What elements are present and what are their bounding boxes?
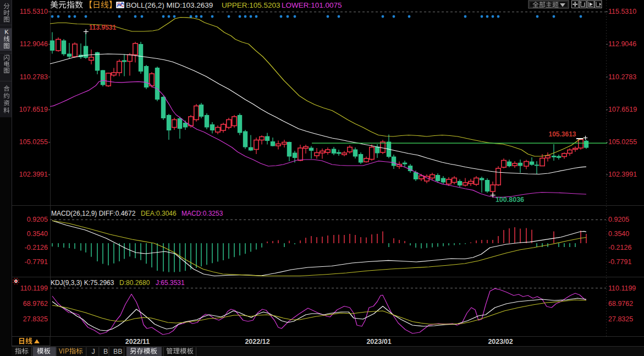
- svg-text:2023/02: 2023/02: [488, 338, 513, 346]
- svg-text:27.8325: 27.8325: [23, 315, 48, 323]
- svg-text:68.9762: 68.9762: [23, 300, 48, 308]
- svg-text:-0.2126: -0.2126: [25, 244, 48, 251]
- svg-text:J:65.3531: J:65.3531: [156, 279, 185, 287]
- svg-text:110.2783: 110.2783: [20, 73, 48, 81]
- svg-text:BB: BB: [113, 348, 123, 355]
- svg-text:0.9205: 0.9205: [608, 216, 629, 223]
- svg-text:112.9046: 112.9046: [20, 40, 48, 48]
- svg-text:105.3613: 105.3613: [548, 130, 576, 138]
- svg-text:LOWER:101.0075: LOWER:101.0075: [282, 1, 342, 9]
- svg-text:110.1199: 110.1199: [608, 284, 636, 292]
- svg-text:2022/12: 2022/12: [245, 338, 269, 346]
- svg-text:MACD:0.3253: MACD:0.3253: [181, 210, 223, 217]
- svg-text:102.3991: 102.3991: [608, 171, 637, 178]
- svg-text:UPPER:105.5203: UPPER:105.5203: [222, 1, 280, 9]
- svg-text:-0.7791: -0.7791: [25, 258, 48, 266]
- svg-text:BOLL(26,2) MID:103.2639: BOLL(26,2) MID:103.2639: [126, 1, 213, 9]
- svg-text:112.9046: 112.9046: [608, 40, 636, 48]
- svg-text:68.9762: 68.9762: [608, 300, 633, 308]
- svg-text:KDJ(9,3,3) K:75.2963: KDJ(9,3,3) K:75.2963: [51, 279, 114, 287]
- svg-text:115.5310: 115.5310: [608, 8, 636, 15]
- svg-text:MACD(26,12,9) DIFF:0.4672: MACD(26,12,9) DIFF:0.4672: [51, 210, 136, 217]
- svg-text:DEA:0.3046: DEA:0.3046: [141, 210, 177, 217]
- svg-text:113.9531: 113.9531: [89, 24, 117, 31]
- svg-text:0.3540: 0.3540: [27, 230, 48, 238]
- svg-text:27.8325: 27.8325: [608, 315, 633, 323]
- svg-text:2022/11: 2022/11: [125, 338, 150, 346]
- svg-text:-0.2126: -0.2126: [608, 244, 631, 251]
- svg-text:102.3991: 102.3991: [19, 171, 48, 178]
- svg-text:K: K: [4, 29, 9, 35]
- svg-text:2023/01: 2023/01: [366, 338, 391, 346]
- svg-text:115.5310: 115.5310: [20, 8, 48, 15]
- svg-text:100.8036: 100.8036: [496, 196, 524, 204]
- svg-text:0.9205: 0.9205: [27, 216, 48, 223]
- svg-text:107.6519: 107.6519: [608, 106, 637, 113]
- svg-text:110.1199: 110.1199: [20, 284, 48, 292]
- svg-text:105.0255: 105.0255: [608, 138, 637, 146]
- svg-text:105.0255: 105.0255: [19, 138, 48, 146]
- svg-text:D:80.2680: D:80.2680: [119, 279, 150, 287]
- svg-text:110.2783: 110.2783: [608, 73, 636, 81]
- svg-text:-0.7791: -0.7791: [608, 258, 631, 266]
- svg-text:0.3540: 0.3540: [608, 230, 629, 238]
- svg-text:B: B: [103, 348, 108, 355]
- svg-text:J: J: [92, 348, 95, 355]
- svg-text:107.6519: 107.6519: [19, 106, 48, 113]
